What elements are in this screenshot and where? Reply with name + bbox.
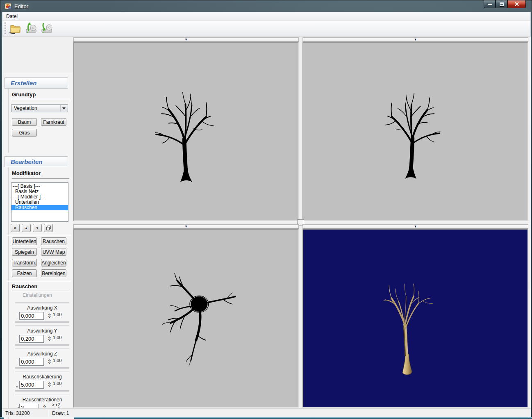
disk-arrow-up-icon bbox=[24, 22, 37, 34]
divider bbox=[12, 291, 69, 291]
move-down-button[interactable]: ▼ bbox=[33, 224, 42, 232]
viewport-menu-icon[interactable]: ▾ bbox=[185, 225, 187, 228]
panel-stem bbox=[8, 89, 9, 153]
maximize-icon bbox=[500, 2, 504, 6]
maximize-button[interactable] bbox=[496, 0, 507, 8]
spinner-icon[interactable]: ⇕ bbox=[47, 358, 52, 365]
viewport-menu-icon[interactable]: ▾ bbox=[414, 225, 416, 228]
grip-dot bbox=[16, 386, 18, 387]
auswirkung-y-input[interactable] bbox=[19, 335, 44, 343]
edit-panel-header[interactable]: Bearbeiten bbox=[5, 156, 68, 167]
gras-button[interactable]: Gras bbox=[12, 129, 37, 137]
step-value: 1,00 bbox=[53, 312, 61, 317]
auswirkung-y-group: Auswirkung Y ⇕ 1,00 bbox=[15, 325, 69, 346]
move-up-button[interactable]: ▲ bbox=[22, 224, 31, 232]
tree-silhouette-side bbox=[358, 80, 453, 179]
viewport-menu-icon[interactable]: ▾ bbox=[414, 38, 416, 41]
rauschskalierung-label: Rauschskalierung bbox=[15, 374, 69, 380]
window-title: Editor bbox=[14, 3, 28, 9]
viewport-menu-bar[interactable]: ▾ bbox=[73, 37, 299, 42]
chevron-down-icon bbox=[62, 107, 66, 109]
rauschen-button[interactable]: Rauschen bbox=[41, 237, 66, 245]
viewport-top-right[interactable]: ▾ bbox=[302, 37, 528, 221]
viewport-menu-bar[interactable]: ▾ bbox=[302, 224, 528, 229]
viewport-top-left[interactable]: ▾ bbox=[73, 37, 299, 221]
baum-button[interactable]: Baum bbox=[12, 118, 37, 126]
auswirkung-y-label: Auswirkung Y bbox=[15, 328, 69, 334]
viewport-menu-bar[interactable]: ▾ bbox=[73, 224, 299, 229]
angleichen-button[interactable]: Angleichen bbox=[41, 259, 66, 266]
einstellungen-label: Einstellungen bbox=[5, 292, 70, 298]
grundtyp-selected-value: Vegetation bbox=[14, 105, 37, 111]
combo-arrow-zone[interactable] bbox=[60, 105, 67, 112]
title-bar[interactable]: Editor bbox=[0, 0, 532, 12]
minimize-icon bbox=[488, 4, 492, 5]
falzen-button[interactable]: Falzen bbox=[12, 269, 37, 277]
grundtyp-select[interactable]: Vegetation bbox=[11, 104, 68, 112]
viewport-menu-icon[interactable]: ▾ bbox=[185, 38, 187, 41]
viewport-bottom-right[interactable]: ▾ bbox=[302, 224, 528, 408]
client-area: Erstellen Grundtyp Vegetation Baum Farnk… bbox=[2, 36, 531, 408]
status-separator bbox=[48, 410, 49, 417]
menu-bar: Datei bbox=[2, 12, 531, 20]
delete-icon: ✕ bbox=[13, 225, 17, 231]
window-border-bottom bbox=[0, 417, 532, 419]
menu-datei[interactable]: Datei bbox=[2, 12, 21, 20]
list-item-selected[interactable]: Rauschen bbox=[11, 205, 68, 210]
spinner-icon[interactable]: ⇕ bbox=[47, 335, 52, 342]
viewport-bottom-left[interactable]: ▾ bbox=[73, 224, 299, 408]
bereinigen-button[interactable]: Bereinigen bbox=[41, 269, 66, 277]
tree-silhouette-top bbox=[149, 266, 248, 367]
divider bbox=[12, 99, 69, 99]
viewport-top-left-canvas[interactable] bbox=[73, 42, 299, 221]
viewport-bottom-left-canvas[interactable] bbox=[73, 229, 299, 408]
draw-count: Draw: 1 bbox=[52, 410, 69, 416]
divider bbox=[8, 281, 70, 282]
spinner-icon[interactable]: ⇕ bbox=[47, 312, 52, 319]
auswirkung-x-group: Auswirkung X ⇕ 1,00 bbox=[15, 302, 69, 323]
spiegeln-button[interactable]: Spiegeln bbox=[12, 248, 37, 256]
arrow-down-icon: ▼ bbox=[36, 226, 39, 230]
rauschiterationen-label: Rauschiterationen bbox=[15, 397, 69, 403]
load-model-button[interactable] bbox=[24, 21, 38, 35]
window: Editor Datei bbox=[0, 0, 532, 419]
auswirkung-z-input[interactable] bbox=[19, 358, 44, 366]
edit-panel-title: Bearbeiten bbox=[11, 158, 43, 165]
auswirkung-z-group: Auswirkung Z ⇕ 1,00 bbox=[15, 348, 69, 369]
step-up-label: > x2 bbox=[52, 403, 60, 407]
uvw-map-button[interactable]: UVW Map bbox=[41, 248, 66, 256]
arrow-up-icon: ▲ bbox=[25, 226, 28, 230]
viewport-grid: ▾ bbox=[73, 36, 528, 408]
create-panel-title: Erstellen bbox=[11, 80, 36, 87]
status-bar: Tris: 31200 Draw: 1 bbox=[2, 408, 531, 417]
viewport-render-canvas[interactable] bbox=[302, 229, 528, 408]
rauschskalierung-group: Rauschskalierung ⇕ 1,00 bbox=[15, 371, 69, 392]
duplicate-modifier-button[interactable] bbox=[44, 224, 53, 232]
disk-arrow-down-icon bbox=[40, 22, 53, 34]
modifikator-label: Modifikator bbox=[12, 170, 41, 176]
viewport-top-right-canvas[interactable] bbox=[302, 42, 528, 221]
sidebar: Erstellen Grundtyp Vegetation Baum Farnk… bbox=[4, 73, 74, 419]
close-icon bbox=[514, 2, 519, 6]
grundtyp-label: Grundtyp bbox=[12, 91, 36, 98]
create-panel-header[interactable]: Erstellen bbox=[5, 77, 68, 89]
delete-modifier-button[interactable]: ✕ bbox=[11, 224, 20, 232]
tris-count: Tris: 31200 bbox=[5, 410, 30, 416]
tree-silhouette-front bbox=[145, 79, 238, 182]
auswirkung-z-label: Auswirkung Z bbox=[15, 351, 69, 357]
viewport-menu-bar[interactable]: ▾ bbox=[302, 37, 528, 42]
spinner-icon[interactable]: ⇕ bbox=[47, 381, 52, 388]
auswirkung-x-label: Auswirkung X bbox=[15, 305, 69, 311]
farnkraut-button[interactable]: Farnkraut bbox=[41, 118, 66, 126]
unterteilen-button[interactable]: Unterteilen bbox=[12, 237, 37, 245]
save-model-button[interactable] bbox=[39, 21, 53, 35]
close-button[interactable] bbox=[507, 0, 526, 8]
rauschskalierung-input[interactable] bbox=[19, 381, 44, 389]
auswirkung-x-input[interactable] bbox=[19, 312, 44, 320]
transform-button[interactable]: Transform. bbox=[12, 259, 37, 266]
divider bbox=[12, 178, 69, 179]
minimize-button[interactable] bbox=[484, 0, 496, 8]
modifier-list[interactable]: ---[ Basis ]--- Basis Netz ---[ Modifier… bbox=[11, 182, 68, 222]
toolbar-gripper bbox=[5, 22, 6, 35]
new-scene-button[interactable] bbox=[8, 21, 22, 35]
